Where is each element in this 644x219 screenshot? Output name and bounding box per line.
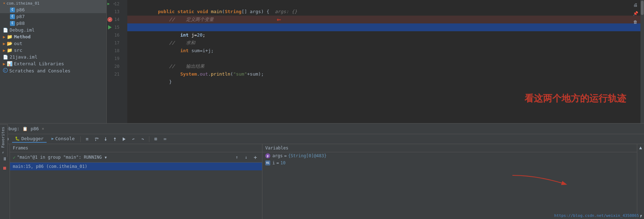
frame-item-main[interactable]: main:15, p86 (com.itheima_01) xyxy=(10,163,262,170)
pin-icon[interactable]: 📌 xyxy=(632,10,639,17)
code-line-17: int sum=i+j; xyxy=(127,39,640,47)
sidebar-item-debug-iml[interactable]: 📄 Debug.iml xyxy=(0,27,106,33)
favorites-label[interactable]: ⚡ Favorites xyxy=(1,127,5,155)
sidebar-label-21java: 21java.iml xyxy=(10,54,37,60)
sidebar-label-method: Method xyxy=(14,34,31,39)
frames-dropdown-text: "main"@1 in group "main": RUNNING xyxy=(17,155,102,160)
sidebar-item-com-itheima[interactable]: ▾ com.itheima_01 xyxy=(0,0,106,6)
frame-item-main-label: main:15, p86 (com.itheima_01) xyxy=(13,164,87,169)
variable-item-args[interactable]: p args = {String[0]@483} xyxy=(262,152,637,159)
scrollbar-thumb[interactable] xyxy=(641,1,644,15)
debugger-tab[interactable]: 🐛 Debugger xyxy=(12,135,47,143)
check-icon: ✓ xyxy=(13,155,16,160)
sidebar-item-scratches[interactable]: S Scratches and Consoles xyxy=(0,67,106,75)
var-icon-i: 01 xyxy=(265,160,270,165)
sidebar-label-debug-iml: Debug.iml xyxy=(10,27,34,33)
line-number-20: 20 xyxy=(107,62,122,70)
debugger-tab-icon: 🐛 xyxy=(15,136,20,141)
breakpoint-icon-14[interactable]: ✓ xyxy=(107,17,112,22)
folder-icon-src: 📁 xyxy=(7,48,12,53)
code-line-16: // 求和 xyxy=(127,31,640,39)
folder-icon-out: 📂 xyxy=(7,41,12,46)
sidebar-label-scratches: Scratches and Consoles xyxy=(9,68,70,73)
sidebar-item-external-libs[interactable]: ▶ 📊 External Libraries xyxy=(0,60,106,67)
var-icon-args: p xyxy=(265,153,270,158)
line-number-19: 19 xyxy=(107,55,122,62)
debug-tab-icon: 📋 xyxy=(22,126,28,131)
editor-gutter xyxy=(124,0,127,123)
frames-dropdown-value: "main"@1 in group "main": RUNNING ▼ xyxy=(17,155,231,160)
frame-up-btn[interactable]: ↑ xyxy=(233,153,241,161)
sidebar-item-p86[interactable]: C p86 xyxy=(0,6,106,13)
class-icon-p87: C xyxy=(10,14,15,19)
var-eq-args: = xyxy=(284,153,287,158)
class-icon-p88: C xyxy=(10,21,15,26)
evaluate-btn[interactable]: ↶ xyxy=(130,136,137,143)
sidebar-label-ext-libs: External Libraries xyxy=(14,61,64,66)
svg-marker-7 xyxy=(114,137,116,139)
status-link[interactable]: https://blog.csdn.net/weixin_4350865 xyxy=(553,213,640,218)
settings-btn[interactable]: ≔ xyxy=(161,136,169,143)
svg-marker-8 xyxy=(123,137,126,141)
frames-panel: Frames ✓ "main"@1 in group "main": RUNNI… xyxy=(10,144,262,219)
frame-down-btn[interactable]: ↓ xyxy=(242,153,250,161)
frames-dropdown[interactable]: ✓ "main"@1 in group "main": RUNNING ▼ ↑ … xyxy=(10,152,262,163)
lib-icon: 📊 xyxy=(7,61,12,66)
iml-icon-2: 📄 xyxy=(3,55,8,60)
line-number-16: 16 xyxy=(107,31,122,39)
delete-icon[interactable]: 🗑 xyxy=(632,18,639,26)
debug-right-scrollbar: ▲ ▼ xyxy=(637,144,644,219)
force-step-btn[interactable]: ↷ xyxy=(139,136,146,143)
variables-panel: Variables p args = {String[0]@483} 01 i … xyxy=(262,144,637,219)
code-line-18 xyxy=(127,47,640,55)
debug-step-indicator xyxy=(108,25,112,29)
console-tab-icon: ▶ xyxy=(52,136,54,141)
class-icon-p86: C xyxy=(10,7,15,12)
debug-tab-p86: p86 xyxy=(31,126,39,131)
var-name-args: args xyxy=(272,153,283,158)
sidebar-label-p88: p88 xyxy=(16,21,25,26)
triangle-icon-out: ▶ xyxy=(3,41,5,46)
run-icon-12[interactable]: ▶ xyxy=(107,0,110,8)
editor-scrollbar[interactable] xyxy=(640,0,644,123)
debug-panel: Debug: 📋 p86 ✕ 🐛 Debugger ▶ Console ≡ xyxy=(0,123,644,219)
sidebar-label-p87: p87 xyxy=(16,14,25,19)
line-number-12: ▶ ▾ 12 xyxy=(107,0,122,8)
sidebar-item-p88[interactable]: C p88 xyxy=(0,20,106,27)
code-line-13: // 定义两个变量 xyxy=(127,8,640,16)
line-number-21: 21 xyxy=(107,70,122,78)
line-number-14: ✓ 14 xyxy=(107,16,122,23)
sidebar-item-out[interactable]: ▶ 📂 out xyxy=(0,40,106,47)
close-tab-icon[interactable]: ✕ xyxy=(42,126,44,131)
toolbar-sep-1 xyxy=(80,136,81,142)
scroll-up-btn[interactable]: ▲ xyxy=(638,145,643,150)
variable-item-i[interactable]: 01 i = 10 xyxy=(262,159,637,166)
sidebar-item-p87[interactable]: C p87 xyxy=(0,13,106,20)
code-content[interactable]: public static void main(String[] args) {… xyxy=(127,0,640,123)
sidebar-label-out: out xyxy=(14,41,22,46)
line-number-18: 18 xyxy=(107,47,122,55)
sidebar-label-p86: p86 xyxy=(16,7,25,12)
step-into-btn[interactable] xyxy=(102,136,109,143)
svg-marker-5 xyxy=(105,139,107,141)
debug-body: ▶ ⏸ ⏹ Frames ✓ "main"@1 in group "main":… xyxy=(0,144,644,219)
stop-btn[interactable]: ⏹ xyxy=(1,164,9,172)
sidebar-item-src[interactable]: ▶ 📁 src xyxy=(0,47,106,54)
annotation-text: 看这两个地方的运行轨迹 xyxy=(525,92,626,105)
svg-text:S: S xyxy=(4,69,6,72)
sidebar-label-com: com.itheima_01 xyxy=(6,1,39,6)
dropdown-arrow-icon: ▼ xyxy=(105,155,107,159)
sidebar-item-21java-iml[interactable]: 📄 21java.iml xyxy=(0,54,106,60)
step-over-btn[interactable] xyxy=(93,136,100,143)
sidebar-item-method[interactable]: ▶ 📁 Method xyxy=(0,33,106,40)
favorites-bar: ⚡ Favorites xyxy=(0,124,8,157)
watches-btn[interactable]: ⊞ xyxy=(152,136,159,143)
run-to-cursor-btn[interactable] xyxy=(121,136,128,143)
debug-toolbar: 🐛 Debugger ▶ Console ≡ ↶ ↷ ⊞ ≔ xyxy=(0,134,644,144)
show-execution-point-btn[interactable]: ≡ xyxy=(84,136,91,143)
step-out-btn[interactable] xyxy=(111,136,118,143)
add-frame-btn[interactable]: + xyxy=(251,153,259,161)
print-icon[interactable]: 🖨 xyxy=(632,1,639,9)
iml-icon: 📄 xyxy=(3,28,8,33)
console-tab[interactable]: ▶ Console xyxy=(49,135,78,143)
